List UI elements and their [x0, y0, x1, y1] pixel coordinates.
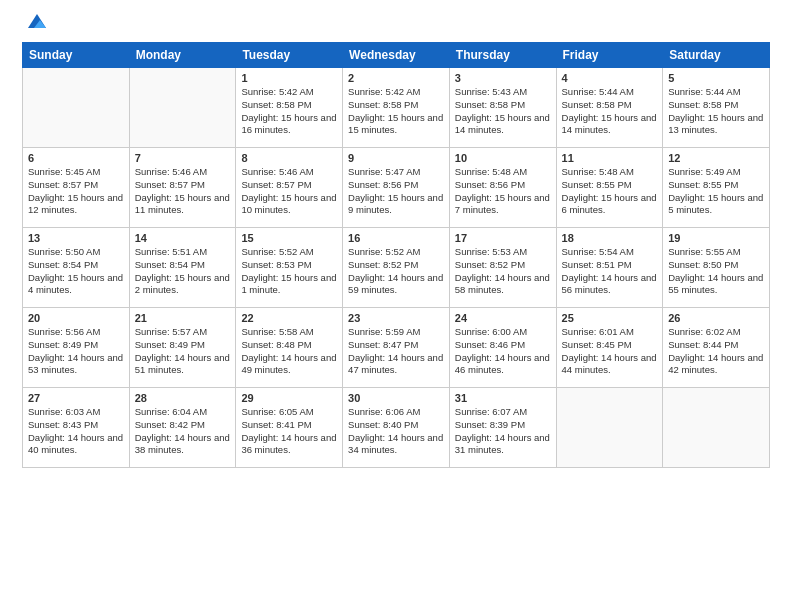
- day-info: Sunrise: 5:46 AM Sunset: 8:57 PM Dayligh…: [241, 166, 337, 217]
- calendar-cell: [556, 388, 663, 468]
- calendar-week-5: 27Sunrise: 6:03 AM Sunset: 8:43 PM Dayli…: [23, 388, 770, 468]
- calendar-cell: 22Sunrise: 5:58 AM Sunset: 8:48 PM Dayli…: [236, 308, 343, 388]
- calendar-cell: 20Sunrise: 5:56 AM Sunset: 8:49 PM Dayli…: [23, 308, 130, 388]
- day-number: 21: [135, 312, 231, 324]
- calendar-cell: 29Sunrise: 6:05 AM Sunset: 8:41 PM Dayli…: [236, 388, 343, 468]
- calendar-header-tuesday: Tuesday: [236, 43, 343, 68]
- day-number: 5: [668, 72, 764, 84]
- day-info: Sunrise: 5:50 AM Sunset: 8:54 PM Dayligh…: [28, 246, 124, 297]
- day-number: 28: [135, 392, 231, 404]
- day-number: 11: [562, 152, 658, 164]
- calendar-cell: 18Sunrise: 5:54 AM Sunset: 8:51 PM Dayli…: [556, 228, 663, 308]
- calendar-cell: 31Sunrise: 6:07 AM Sunset: 8:39 PM Dayli…: [449, 388, 556, 468]
- calendar-cell: 6Sunrise: 5:45 AM Sunset: 8:57 PM Daylig…: [23, 148, 130, 228]
- page-header: [22, 18, 770, 32]
- day-number: 25: [562, 312, 658, 324]
- day-number: 1: [241, 72, 337, 84]
- day-info: Sunrise: 5:44 AM Sunset: 8:58 PM Dayligh…: [668, 86, 764, 137]
- calendar-cell: 27Sunrise: 6:03 AM Sunset: 8:43 PM Dayli…: [23, 388, 130, 468]
- calendar-header-sunday: Sunday: [23, 43, 130, 68]
- calendar-cell: 25Sunrise: 6:01 AM Sunset: 8:45 PM Dayli…: [556, 308, 663, 388]
- calendar-header-row: SundayMondayTuesdayWednesdayThursdayFrid…: [23, 43, 770, 68]
- day-number: 24: [455, 312, 551, 324]
- calendar-cell: 5Sunrise: 5:44 AM Sunset: 8:58 PM Daylig…: [663, 68, 770, 148]
- calendar-header-saturday: Saturday: [663, 43, 770, 68]
- day-number: 19: [668, 232, 764, 244]
- day-number: 29: [241, 392, 337, 404]
- calendar-cell: 16Sunrise: 5:52 AM Sunset: 8:52 PM Dayli…: [343, 228, 450, 308]
- day-number: 7: [135, 152, 231, 164]
- calendar-header-thursday: Thursday: [449, 43, 556, 68]
- calendar-cell: 15Sunrise: 5:52 AM Sunset: 8:53 PM Dayli…: [236, 228, 343, 308]
- day-number: 2: [348, 72, 444, 84]
- calendar-cell: 8Sunrise: 5:46 AM Sunset: 8:57 PM Daylig…: [236, 148, 343, 228]
- day-info: Sunrise: 6:05 AM Sunset: 8:41 PM Dayligh…: [241, 406, 337, 457]
- day-info: Sunrise: 5:42 AM Sunset: 8:58 PM Dayligh…: [348, 86, 444, 137]
- day-info: Sunrise: 6:02 AM Sunset: 8:44 PM Dayligh…: [668, 326, 764, 377]
- day-info: Sunrise: 5:52 AM Sunset: 8:53 PM Dayligh…: [241, 246, 337, 297]
- day-number: 30: [348, 392, 444, 404]
- calendar-cell: 3Sunrise: 5:43 AM Sunset: 8:58 PM Daylig…: [449, 68, 556, 148]
- day-info: Sunrise: 6:00 AM Sunset: 8:46 PM Dayligh…: [455, 326, 551, 377]
- day-number: 14: [135, 232, 231, 244]
- day-info: Sunrise: 5:57 AM Sunset: 8:49 PM Dayligh…: [135, 326, 231, 377]
- day-number: 31: [455, 392, 551, 404]
- day-info: Sunrise: 5:47 AM Sunset: 8:56 PM Dayligh…: [348, 166, 444, 217]
- calendar-cell: 21Sunrise: 5:57 AM Sunset: 8:49 PM Dayli…: [129, 308, 236, 388]
- calendar-cell: 13Sunrise: 5:50 AM Sunset: 8:54 PM Dayli…: [23, 228, 130, 308]
- day-info: Sunrise: 5:44 AM Sunset: 8:58 PM Dayligh…: [562, 86, 658, 137]
- day-number: 8: [241, 152, 337, 164]
- day-number: 9: [348, 152, 444, 164]
- calendar-cell: [663, 388, 770, 468]
- day-number: 27: [28, 392, 124, 404]
- day-info: Sunrise: 5:58 AM Sunset: 8:48 PM Dayligh…: [241, 326, 337, 377]
- calendar-cell: 24Sunrise: 6:00 AM Sunset: 8:46 PM Dayli…: [449, 308, 556, 388]
- day-number: 10: [455, 152, 551, 164]
- calendar-cell: 4Sunrise: 5:44 AM Sunset: 8:58 PM Daylig…: [556, 68, 663, 148]
- day-info: Sunrise: 5:53 AM Sunset: 8:52 PM Dayligh…: [455, 246, 551, 297]
- day-number: 15: [241, 232, 337, 244]
- day-number: 17: [455, 232, 551, 244]
- calendar-cell: 12Sunrise: 5:49 AM Sunset: 8:55 PM Dayli…: [663, 148, 770, 228]
- day-number: 3: [455, 72, 551, 84]
- day-info: Sunrise: 5:48 AM Sunset: 8:55 PM Dayligh…: [562, 166, 658, 217]
- calendar-cell: 10Sunrise: 5:48 AM Sunset: 8:56 PM Dayli…: [449, 148, 556, 228]
- logo: [22, 18, 48, 32]
- day-info: Sunrise: 5:49 AM Sunset: 8:55 PM Dayligh…: [668, 166, 764, 217]
- day-number: 4: [562, 72, 658, 84]
- day-info: Sunrise: 6:07 AM Sunset: 8:39 PM Dayligh…: [455, 406, 551, 457]
- calendar-week-4: 20Sunrise: 5:56 AM Sunset: 8:49 PM Dayli…: [23, 308, 770, 388]
- day-info: Sunrise: 5:54 AM Sunset: 8:51 PM Dayligh…: [562, 246, 658, 297]
- calendar-header-wednesday: Wednesday: [343, 43, 450, 68]
- calendar-week-1: 1Sunrise: 5:42 AM Sunset: 8:58 PM Daylig…: [23, 68, 770, 148]
- calendar-cell: 9Sunrise: 5:47 AM Sunset: 8:56 PM Daylig…: [343, 148, 450, 228]
- day-info: Sunrise: 5:45 AM Sunset: 8:57 PM Dayligh…: [28, 166, 124, 217]
- day-number: 18: [562, 232, 658, 244]
- day-info: Sunrise: 5:46 AM Sunset: 8:57 PM Dayligh…: [135, 166, 231, 217]
- day-info: Sunrise: 5:48 AM Sunset: 8:56 PM Dayligh…: [455, 166, 551, 217]
- day-number: 12: [668, 152, 764, 164]
- calendar-header-monday: Monday: [129, 43, 236, 68]
- calendar-cell: [129, 68, 236, 148]
- calendar-cell: 1Sunrise: 5:42 AM Sunset: 8:58 PM Daylig…: [236, 68, 343, 148]
- calendar-cell: [23, 68, 130, 148]
- calendar-week-3: 13Sunrise: 5:50 AM Sunset: 8:54 PM Dayli…: [23, 228, 770, 308]
- day-number: 13: [28, 232, 124, 244]
- logo-icon: [26, 10, 48, 32]
- day-info: Sunrise: 5:43 AM Sunset: 8:58 PM Dayligh…: [455, 86, 551, 137]
- day-number: 26: [668, 312, 764, 324]
- calendar-cell: 23Sunrise: 5:59 AM Sunset: 8:47 PM Dayli…: [343, 308, 450, 388]
- calendar-header-friday: Friday: [556, 43, 663, 68]
- day-info: Sunrise: 5:51 AM Sunset: 8:54 PM Dayligh…: [135, 246, 231, 297]
- day-info: Sunrise: 6:06 AM Sunset: 8:40 PM Dayligh…: [348, 406, 444, 457]
- day-info: Sunrise: 6:03 AM Sunset: 8:43 PM Dayligh…: [28, 406, 124, 457]
- day-info: Sunrise: 5:59 AM Sunset: 8:47 PM Dayligh…: [348, 326, 444, 377]
- day-info: Sunrise: 5:42 AM Sunset: 8:58 PM Dayligh…: [241, 86, 337, 137]
- calendar-table: SundayMondayTuesdayWednesdayThursdayFrid…: [22, 42, 770, 468]
- day-info: Sunrise: 5:55 AM Sunset: 8:50 PM Dayligh…: [668, 246, 764, 297]
- day-info: Sunrise: 5:56 AM Sunset: 8:49 PM Dayligh…: [28, 326, 124, 377]
- day-number: 6: [28, 152, 124, 164]
- calendar-cell: 7Sunrise: 5:46 AM Sunset: 8:57 PM Daylig…: [129, 148, 236, 228]
- calendar-cell: 30Sunrise: 6:06 AM Sunset: 8:40 PM Dayli…: [343, 388, 450, 468]
- calendar-cell: 14Sunrise: 5:51 AM Sunset: 8:54 PM Dayli…: [129, 228, 236, 308]
